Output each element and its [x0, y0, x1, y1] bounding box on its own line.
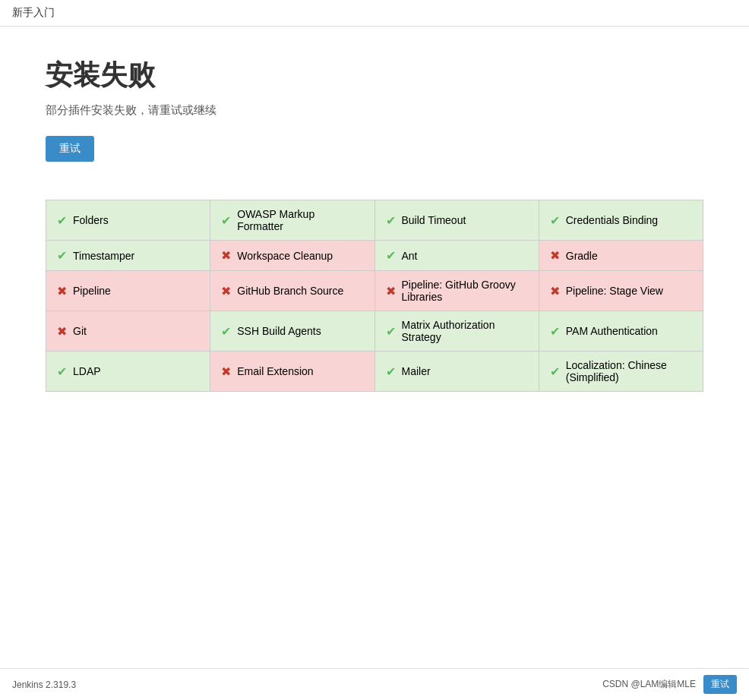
footer-right: CSDN @LAM编辑MLE 重试	[602, 675, 737, 694]
plugin-cell: ✖GitHub Branch Source	[210, 271, 374, 311]
plugin-cell: ✔Folders	[46, 200, 210, 241]
plugin-cell: ✖Gradle	[539, 241, 703, 271]
plugin-name: Timestamper	[73, 250, 134, 262]
retry-button[interactable]: 重试	[46, 136, 94, 162]
plugin-cell: ✖Pipeline: GitHub Groovy Libraries	[374, 271, 539, 311]
plugin-cell: ✔Localization: Chinese (Simplified)	[539, 352, 703, 392]
plugin-name: Localization: Chinese (Simplified)	[566, 359, 692, 383]
check-icon: ✔	[386, 248, 396, 263]
plugin-cell: ✖Pipeline: Stage View	[539, 271, 703, 311]
cross-icon: ✖	[57, 324, 67, 339]
main-content: 安装失败 部分插件安装失败，请重试或继续 重试 ✔Folders✔OWASP M…	[0, 27, 749, 668]
check-icon: ✔	[386, 213, 396, 228]
plugin-name: Build Timeout	[402, 214, 466, 226]
page-subtitle: 部分插件安装失败，请重试或继续	[46, 103, 703, 118]
plugin-name: PAM Authentication	[566, 325, 658, 337]
check-icon: ✔	[550, 364, 560, 379]
page-title: 安装失败	[46, 57, 703, 94]
plugin-cell: ✔Ant	[374, 241, 539, 271]
plugin-cell: ✔OWASP Markup Formatter	[210, 200, 374, 241]
plugin-name: Mailer	[402, 365, 431, 377]
cross-icon: ✖	[550, 284, 560, 298]
check-icon: ✔	[386, 324, 396, 339]
plugin-name: Pipeline: GitHub Groovy Libraries	[402, 279, 528, 303]
check-icon: ✔	[57, 364, 67, 379]
plugin-name: Credentials Binding	[566, 214, 658, 226]
plugin-name: Folders	[73, 214, 109, 226]
plugin-name: OWASP Markup Formatter	[237, 208, 363, 232]
footer-retry-button[interactable]: 重试	[703, 675, 737, 694]
cross-icon: ✖	[550, 248, 560, 263]
cross-icon: ✖	[386, 284, 396, 298]
plugin-name: LDAP	[73, 365, 101, 377]
plugin-cell: ✖Workspace Cleanup	[210, 241, 374, 271]
footer: Jenkins 2.319.3 CSDN @LAM编辑MLE 重试	[0, 668, 749, 700]
plugin-cell: ✔Matrix Authorization Strategy	[374, 311, 539, 352]
plugin-name: Pipeline	[73, 285, 111, 297]
cross-icon: ✖	[221, 248, 231, 263]
plugin-cell: ✖Git	[46, 311, 210, 352]
nav-label: 新手入门	[12, 6, 55, 18]
plugin-name: Ant	[402, 250, 418, 262]
plugin-cell: ✖Email Extension	[210, 352, 374, 392]
plugin-cell: ✔Credentials Binding	[539, 200, 703, 241]
plugin-cell: ✔Timestamper	[46, 241, 210, 271]
plugin-name: Matrix Authorization Strategy	[402, 319, 528, 343]
plugin-name: Email Extension	[237, 365, 313, 377]
plugin-cell: ✔PAM Authentication	[539, 311, 703, 352]
plugin-cell: ✔SSH Build Agents	[210, 311, 374, 352]
footer-version: Jenkins 2.319.3	[12, 680, 76, 690]
plugin-name: GitHub Branch Source	[237, 285, 343, 297]
plugin-cell: ✔LDAP	[46, 352, 210, 392]
check-icon: ✔	[550, 213, 560, 228]
plugin-cell: ✔Build Timeout	[374, 200, 539, 241]
cross-icon: ✖	[221, 284, 231, 298]
check-icon: ✔	[57, 213, 67, 228]
cross-icon: ✖	[57, 284, 67, 298]
plugin-name: Workspace Cleanup	[237, 250, 333, 262]
check-icon: ✔	[221, 213, 231, 228]
plugin-name: Pipeline: Stage View	[566, 285, 663, 297]
check-icon: ✔	[386, 364, 396, 379]
top-nav: 新手入门	[0, 0, 749, 27]
plugin-cell: ✖Pipeline	[46, 271, 210, 311]
plugin-cell: ✔Mailer	[374, 352, 539, 392]
plugin-name: Gradle	[566, 250, 598, 262]
plugins-table: ✔Folders✔OWASP Markup Formatter✔Build Ti…	[46, 200, 703, 392]
cross-icon: ✖	[221, 364, 231, 379]
check-icon: ✔	[550, 324, 560, 339]
check-icon: ✔	[221, 324, 231, 339]
footer-brand: CSDN @LAM编辑MLE	[602, 678, 696, 691]
plugin-name: Git	[73, 325, 87, 337]
plugin-name: SSH Build Agents	[237, 325, 321, 337]
check-icon: ✔	[57, 248, 67, 263]
